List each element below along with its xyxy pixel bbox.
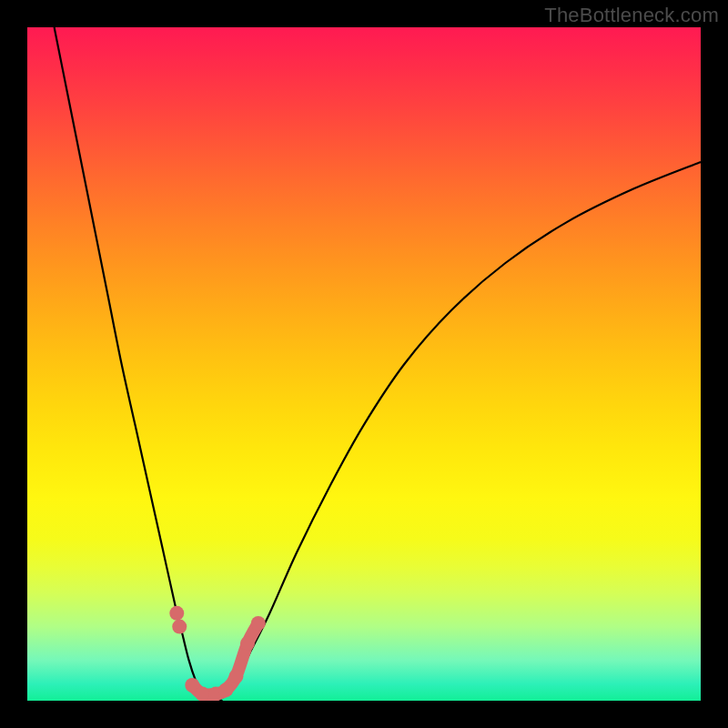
curves-layer (27, 27, 701, 701)
marker-dot (240, 636, 255, 651)
right-curve (209, 162, 701, 701)
marker-dot (195, 687, 209, 701)
marker-dots (169, 606, 266, 701)
marker-dot (251, 616, 266, 631)
marker-dot (172, 620, 187, 634)
marker-dot (169, 606, 184, 621)
watermark-text: TheBottleneck.com (544, 4, 719, 27)
left-curve (55, 27, 223, 701)
chart-frame: TheBottleneck.com (0, 0, 728, 728)
marker-dot (228, 669, 243, 683)
plot-area (27, 27, 701, 701)
marker-dot (218, 682, 233, 697)
